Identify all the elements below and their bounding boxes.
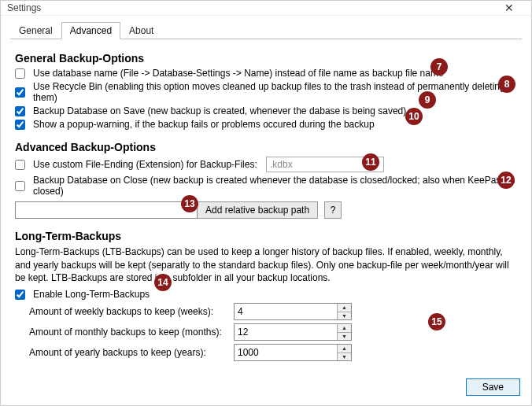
ltb-heading: Long-Term-Backups (15, 230, 517, 242)
chk-backup-on-close[interactable] (15, 181, 25, 191)
general-backup-heading: General Backup-Options (15, 52, 517, 65)
lbl-popup-warning: Show a popup-warning, if the backup fail… (33, 119, 375, 130)
lbl-custom-ext: Use custom File-Ending (Extension) for B… (33, 159, 261, 170)
lbl-use-dbname: Use database name (File -> Database-Sett… (33, 68, 444, 79)
chk-backup-on-save[interactable] (15, 106, 25, 116)
monthly-down-icon[interactable]: ▼ (338, 333, 351, 341)
tab-bar: General Advanced About (10, 22, 522, 39)
monthly-up-icon[interactable]: ▲ (338, 324, 351, 333)
advanced-backup-heading: Advanced Backup-Options (15, 141, 517, 153)
chk-use-dbname[interactable] (15, 68, 25, 79)
ltb-description: Long-Term-Backups (LTB-Backups) can be u… (15, 245, 517, 284)
weekly-down-icon[interactable]: ▼ (338, 312, 351, 320)
spinner-yearly[interactable]: ▲▼ (234, 344, 352, 361)
input-custom-ext[interactable] (266, 157, 384, 172)
btn-help[interactable]: ? (324, 201, 342, 219)
lbl-backup-on-save: Backup Database on Save (new backup is c… (33, 105, 406, 116)
lbl-yearly: Amount of yearly backups to keep (years)… (29, 347, 226, 358)
spinner-weekly[interactable]: ▲▼ (234, 303, 352, 320)
yearly-up-icon[interactable]: ▲ (338, 345, 351, 353)
input-monthly[interactable] (235, 324, 337, 340)
tab-advanced[interactable]: Advanced (61, 22, 120, 39)
tab-about[interactable]: About (120, 22, 162, 39)
lbl-recycle-bin: Use Recycle Bin (enabling this option mo… (33, 81, 517, 103)
close-icon[interactable]: ✕ (493, 2, 525, 14)
chk-recycle-bin[interactable] (15, 87, 25, 98)
lbl-monthly: Amount of monthly backups to keep (month… (29, 327, 226, 338)
btn-add-relative-path[interactable]: Add relative backup path (198, 201, 318, 219)
window-title: Settings (7, 2, 493, 13)
save-button[interactable]: Save (466, 378, 520, 396)
weekly-up-icon[interactable]: ▲ (338, 304, 351, 312)
chk-popup-warning[interactable] (15, 120, 25, 130)
lbl-backup-on-close: Backup Database on Close (new backup is … (33, 175, 517, 197)
input-relative-path[interactable] (15, 201, 198, 219)
yearly-down-icon[interactable]: ▼ (338, 353, 351, 361)
tab-general[interactable]: General (10, 22, 61, 39)
input-weekly[interactable] (235, 304, 337, 319)
spinner-monthly[interactable]: ▲▼ (234, 323, 352, 341)
input-yearly[interactable] (235, 345, 337, 360)
lbl-enable-ltb: Enable Long-Term-Backups (33, 289, 150, 300)
chk-enable-ltb[interactable] (15, 290, 25, 300)
chk-custom-ext[interactable] (15, 160, 25, 170)
lbl-weekly: Amount of weekly backups to keep (weeks)… (29, 306, 226, 317)
